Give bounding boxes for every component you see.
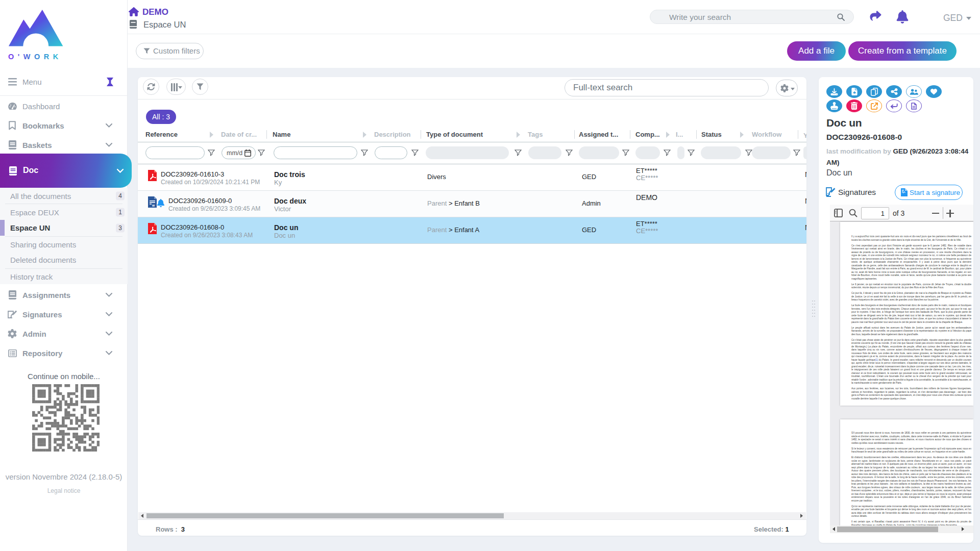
svg-text:w: w bbox=[152, 204, 155, 207]
svg-text:O'WORK: O'WORK bbox=[8, 53, 62, 61]
